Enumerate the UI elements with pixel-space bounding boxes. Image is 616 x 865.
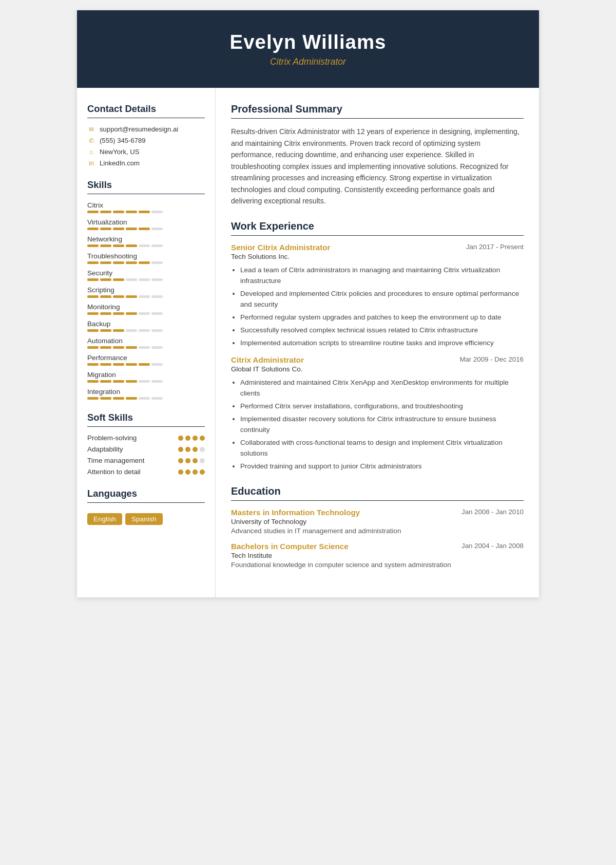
edu-degree: Bachelors in Computer Science (231, 542, 349, 551)
skill-segment (126, 346, 137, 349)
skill-segment (87, 397, 99, 400)
skill-segment (126, 245, 137, 247)
skill-segment (113, 278, 124, 281)
skill-segment (126, 211, 137, 213)
skill-segment (139, 228, 150, 230)
soft-skill-dot (178, 436, 183, 441)
edu-desc: Foundational knowledge in computer scien… (231, 561, 524, 569)
skill-item: Backup (87, 320, 205, 332)
skill-name: Security (87, 269, 205, 277)
soft-skill-dots (178, 447, 205, 452)
edu-desc: Advanced studies in IT management and ad… (231, 527, 524, 535)
skills-title: Skills (87, 179, 205, 191)
work-title: Work Experience (231, 220, 524, 232)
soft-skill-item: Time management (87, 457, 205, 464)
soft-skill-item: Problem-solving (87, 434, 205, 442)
skill-name: Scripting (87, 286, 205, 294)
skill-segment (139, 363, 150, 366)
skill-name: Monitoring (87, 303, 205, 311)
email-icon: ✉ (87, 125, 95, 133)
skill-segment (87, 211, 99, 213)
job-bullets: Administered and maintained Citrix XenAp… (231, 377, 524, 472)
languages-list: EnglishSpanish (87, 510, 205, 525)
skill-segment (100, 245, 111, 247)
skill-item: Virtualization (87, 218, 205, 230)
soft-skill-dot (192, 458, 198, 463)
skills-list: CitrixVirtualizationNetworkingTroublesho… (87, 201, 205, 400)
jobs-list: Senior Citrix AdministratorJan 2017 - Pr… (231, 243, 524, 472)
skill-bar (87, 295, 205, 298)
skill-segment (126, 397, 137, 400)
phone-icon: ✆ (87, 137, 95, 144)
skill-segment (87, 228, 99, 230)
skill-segment (151, 211, 163, 213)
soft-skill-item: Attention to detail (87, 468, 205, 476)
edu-date: Jan 2004 - Jan 2008 (461, 542, 524, 550)
skill-segment (87, 363, 99, 366)
language-tag: Spanish (125, 513, 163, 525)
skill-segment (100, 278, 111, 281)
skill-item: Performance (87, 354, 205, 366)
job-header: Senior Citrix AdministratorJan 2017 - Pr… (231, 243, 524, 252)
edu-header: Masters in Information TechnologyJan 200… (231, 508, 524, 517)
skill-segment (113, 312, 124, 315)
skill-segment (113, 363, 124, 366)
skill-segment (113, 295, 124, 298)
soft-skill-dot (200, 436, 205, 441)
edu-school: Tech Institute (231, 552, 524, 559)
language-tag: English (87, 513, 122, 525)
skill-bar (87, 228, 205, 230)
skill-segment (139, 295, 150, 298)
location-icon: ⌂ (87, 148, 95, 156)
skill-segment (87, 346, 99, 349)
work-divider (231, 235, 524, 236)
education-title: Education (231, 485, 524, 497)
skill-segment (100, 380, 111, 383)
soft-skill-dot (178, 447, 183, 452)
job-bullet: Lead a team of Citrix administrators in … (240, 265, 524, 286)
edu-degree: Masters in Information Technology (231, 508, 360, 517)
soft-skill-name: Time management (87, 457, 178, 464)
soft-skill-dots (178, 469, 205, 475)
resume-header: Evelyn Williams Citrix Administrator (77, 10, 539, 88)
skill-segment (139, 397, 150, 400)
skill-segment (151, 312, 163, 315)
skill-bar (87, 346, 205, 349)
soft-skill-dot (185, 447, 190, 452)
skill-segment (87, 380, 99, 383)
contact-location: ⌂ NewYork, US (87, 148, 205, 156)
job-header: Citrix AdministratorMar 2009 - Dec 2016 (231, 355, 524, 364)
soft-skills-section: Soft Skills Problem-solvingAdaptabilityT… (87, 412, 205, 476)
skill-bar (87, 397, 205, 400)
main-content: Professional Summary Results-driven Citr… (216, 88, 539, 597)
skill-segment (87, 245, 99, 247)
skill-segment (126, 295, 137, 298)
contact-section: Contact Details ✉ support@resumedesign.a… (87, 103, 205, 167)
contact-title: Contact Details (87, 103, 205, 115)
skill-segment (113, 380, 124, 383)
skill-segment (139, 211, 150, 213)
skill-segment (113, 346, 124, 349)
skill-segment (100, 363, 111, 366)
skills-divider (87, 194, 205, 194)
soft-skill-dot (192, 469, 198, 475)
education-entry: Bachelors in Computer ScienceJan 2004 - … (231, 542, 524, 569)
sidebar: Contact Details ✉ support@resumedesign.a… (77, 88, 216, 597)
skill-segment (126, 228, 137, 230)
skill-segment (100, 346, 111, 349)
job-title: Senior Citrix Administrator (231, 243, 331, 252)
skill-name: Virtualization (87, 218, 205, 226)
job-date: Mar 2009 - Dec 2016 (459, 355, 524, 363)
skill-segment (151, 329, 163, 332)
skill-bar (87, 261, 205, 264)
skill-bar (87, 363, 205, 366)
resume-container: Evelyn Williams Citrix Administrator Con… (77, 10, 539, 597)
contact-email: ✉ support@resumedesign.ai (87, 125, 205, 133)
skill-segment (113, 397, 124, 400)
soft-skill-item: Adaptability (87, 445, 205, 453)
languages-section: Languages EnglishSpanish (87, 488, 205, 525)
skill-segment (139, 329, 150, 332)
soft-skill-dot (185, 469, 190, 475)
skill-segment (126, 380, 137, 383)
skill-name: Integration (87, 388, 205, 396)
